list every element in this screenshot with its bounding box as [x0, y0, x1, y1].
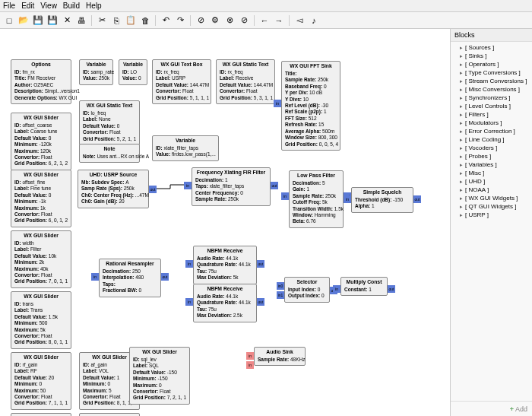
tree-category[interactable]: [ Vocoders ]	[452, 144, 530, 152]
block-slider_width[interactable]: WX GUI SliderID: widthLabel: FilterDefau…	[11, 230, 71, 288]
tree-category[interactable]: [ WX GUI Widgets ]	[452, 194, 530, 202]
block-note[interactable]: NoteNote: Uses ant...RX on side A	[79, 144, 140, 163]
tree-category[interactable]: [ Sources ]	[452, 43, 530, 52]
block-squelch[interactable]: Simple SquelchThreshold (dB): -150Alpha:…	[351, 187, 413, 213]
add-button[interactable]: Add	[451, 401, 532, 416]
menu-edit[interactable]: Edit	[21, 2, 34, 10]
block-var_samp[interactable]: VariableID: samp_rateValue: 250k	[79, 59, 113, 85]
block-param: Grid Position: 8, 1, 1, 1	[83, 400, 136, 406]
saveas-icon[interactable]: 💾	[46, 14, 59, 27]
tree-category[interactable]: [ Synchronizers ]	[452, 94, 530, 102]
forward-icon[interactable]: →	[273, 14, 285, 27]
stop-icon[interactable]: ⊘	[195, 14, 207, 27]
block-param: Default Value: 20	[14, 375, 68, 381]
block-textbox[interactable]: WX GUI Text BoxID: rx_freqLabel: USRPDef…	[152, 59, 211, 104]
tree-category[interactable]: [ Filters ]	[452, 110, 530, 119]
block-fft[interactable]: WX GUI FFT SinkTitle: Sample Rate: 250kB…	[281, 61, 340, 151]
menu-view[interactable]: View	[40, 2, 57, 10]
block-var_taps[interactable]: VariableID: xlate_filter_tapsValue: fird…	[152, 135, 219, 161]
port-out[interactable]: out	[257, 260, 264, 268]
menu-file[interactable]: File	[3, 2, 15, 10]
port-in[interactable]: in	[281, 192, 289, 200]
port-out[interactable]: out	[149, 186, 157, 193]
port-in[interactable]: in	[344, 195, 351, 203]
block-xlating[interactable]: Frequency Xlating FIR FilterDecimation: …	[192, 167, 271, 206]
port-in[interactable]: in	[274, 100, 281, 107]
port-in[interactable]: in	[185, 298, 193, 306]
redo-icon[interactable]: ↷	[174, 14, 186, 27]
block-nbfm1[interactable]: NBFM ReceiveAudio Rate: 44.1kQuadrature …	[193, 246, 257, 284]
tree-category[interactable]: [ Probes ]	[452, 152, 530, 160]
port-in[interactable]: in	[333, 285, 340, 293]
tree-category[interactable]: [ Variables ]	[452, 160, 530, 169]
block-usrp[interactable]: UHD: USRP SourceMb: Subdev Spec: ASamp R…	[78, 170, 149, 208]
error-icon[interactable]: ⊗	[223, 14, 236, 27]
note-off-icon[interactable]: ◅	[293, 14, 306, 27]
block-slider_rf[interactable]: WX GUI SliderID: rf_gainLabel: RFDefault…	[11, 352, 71, 410]
block-slider_trans[interactable]: WX GUI SliderID: transLabel: TransDefaul…	[11, 291, 71, 349]
block-resampler[interactable]: Rational ResamplerDecimation: 250Interpo…	[99, 259, 161, 297]
block-param: Input Index: 0	[288, 287, 326, 293]
block-chooser1[interactable]: WX GUI ChooserID: fmn	[11, 413, 71, 416]
block-lpf[interactable]: Low Pass FilterDecimation: 5Gain: 1Sampl…	[289, 170, 344, 228]
copy-icon[interactable]: ⎘	[110, 14, 122, 27]
gear-icon[interactable]: ⚙	[209, 14, 221, 27]
open-icon[interactable]: 📂	[17, 14, 30, 27]
menu-build[interactable]: Build	[63, 2, 80, 10]
block-slider_coarse[interactable]: WX GUI SliderID: offset_coarseLabel: Coa…	[11, 113, 71, 170]
cancel-icon[interactable]: ⊘	[238, 14, 250, 27]
save-icon[interactable]: 💾	[32, 14, 44, 27]
note-icon[interactable]: ♪	[308, 14, 320, 27]
tree-category[interactable]: [ Level Controls ]	[452, 102, 530, 110]
block-options[interactable]: OptionsID: fm_rxTitle: FM ReceiverAuthor…	[11, 59, 71, 104]
cut-icon[interactable]: ✂	[96, 14, 108, 27]
tree-category[interactable]: [ Misc Conversions ]	[452, 85, 530, 94]
paste-icon[interactable]: 📋	[125, 14, 137, 27]
undo-icon[interactable]: ↶	[160, 14, 172, 27]
flowgraph-canvas[interactable]: OptionsID: fm_rxTitle: FM ReceiverAuthor…	[0, 29, 450, 416]
port-in[interactable]: in	[246, 361, 254, 369]
port-in[interactable]: in0	[277, 282, 284, 290]
tree-category[interactable]: [ Operators ]	[452, 60, 530, 68]
block-chooser2[interactable]: WX GUI ChooserID: display_selector	[79, 413, 140, 416]
block-audio[interactable]: Audio SinkSample Rate: 48KHzinin	[254, 347, 306, 366]
tree-category[interactable]: [ Modulators ]	[452, 119, 530, 127]
tree-category[interactable]: [ Stream Conversions ]	[452, 77, 530, 85]
block-nbfm2[interactable]: NBFM ReceiveAudio Rate: 44.1kQuadrature …	[193, 284, 257, 322]
block-statfreq[interactable]: WX GUI Static TextID: rx_freqLabel: Rece…	[216, 59, 275, 104]
block-mult[interactable]: Multiply ConstConstant: 1inout	[340, 277, 388, 296]
close-icon[interactable]: ✕	[61, 14, 73, 27]
block-param: Label: RF	[14, 368, 68, 374]
block-var_lo[interactable]: VariableID: LOValue: 0	[119, 59, 147, 85]
port-out[interactable]: out	[161, 273, 169, 281]
block-slider_fine[interactable]: WX GUI SliderID: offset_fineLabel: Fine …	[11, 170, 71, 227]
tree-category[interactable]: [ NOAA ]	[452, 186, 530, 194]
delete-icon[interactable]: 🗑	[139, 14, 151, 27]
block-selector[interactable]: SelectorInput Index: 0Output Index: 0in0…	[284, 277, 330, 303]
new-icon[interactable]: □	[3, 14, 15, 27]
back-icon[interactable]: ←	[258, 14, 271, 27]
block-statlo[interactable]: WX GUI Static TextID: lo_freqLabel: None…	[79, 100, 140, 145]
port-out[interactable]: out	[413, 195, 421, 203]
block-param: ID: af_gain	[83, 362, 136, 368]
tree-category[interactable]: [ UHD ]	[452, 177, 530, 186]
port-in[interactable]: in	[185, 260, 193, 268]
tree-category[interactable]: [ Type Conversions ]	[452, 68, 530, 77]
tree-category[interactable]: [ Error Correction ]	[452, 127, 530, 135]
blocks-tree[interactable]: [ Sources ][ Sinks ][ Operators ][ Type …	[451, 42, 532, 401]
port-in[interactable]: in	[184, 182, 192, 189]
port-out[interactable]: out	[388, 285, 395, 293]
tree-category[interactable]: [ Sinks ]	[452, 52, 530, 60]
tree-category[interactable]: [ USRP ]	[452, 211, 530, 219]
port-in[interactable]: in1	[277, 291, 284, 299]
port-in[interactable]: in	[246, 352, 254, 360]
port-out[interactable]: out	[271, 182, 278, 189]
tree-category[interactable]: [ Line Coding ]	[452, 135, 530, 144]
port-out[interactable]: out	[257, 298, 264, 306]
print-icon[interactable]: 🖶	[75, 14, 87, 27]
tree-category[interactable]: [ QT GUI Widgets ]	[452, 202, 530, 211]
port-in[interactable]: in	[91, 273, 99, 281]
menu-help[interactable]: Help	[86, 2, 102, 10]
tree-category[interactable]: [ Misc ]	[452, 169, 530, 177]
block-slider_sql[interactable]: WX GUI SliderID: sql_levLabel: SQLDefaul…	[129, 347, 190, 405]
